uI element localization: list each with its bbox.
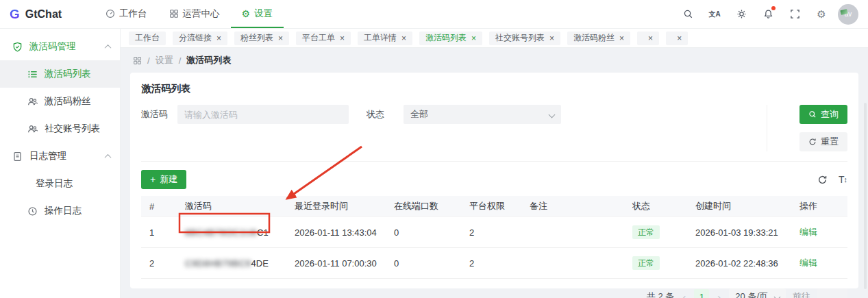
sidebar-item-label: 操作日志 <box>45 205 82 217</box>
status-badge: 正常 <box>632 225 660 239</box>
home-grid-icon[interactable] <box>133 56 142 65</box>
col-index: # <box>141 196 177 217</box>
breadcrumb: / 设置 / 激活码列表 <box>121 48 868 73</box>
notifications-bell-icon[interactable] <box>758 4 778 25</box>
main-content: 工作台 分流链接 × 粉丝列表 × 平台工单 × 工单详情 × 激活码列表 × <box>121 29 868 298</box>
create-button-label: 新建 <box>160 173 177 186</box>
tab-ticket-detail[interactable]: 工单详情 × <box>358 32 412 45</box>
search-icon[interactable] <box>678 4 698 25</box>
tab-close-icon[interactable]: × <box>278 34 283 42</box>
translate-icon[interactable]: 文A <box>704 4 725 25</box>
sidebar-group-log-mgmt[interactable]: 日志管理 <box>0 142 120 170</box>
tab-close-icon[interactable]: × <box>648 34 653 42</box>
page-size-select[interactable]: 20 条/页 <box>729 288 786 298</box>
tab-close-icon[interactable]: × <box>471 34 476 42</box>
col-created-at: 创建时间 <box>687 196 791 217</box>
users-icon <box>27 97 38 107</box>
redacted-code: 8BC4B78OC1U8 <box>185 227 257 238</box>
gear-icon: ⚙ <box>242 9 251 18</box>
cell-activation-code[interactable]: C9D8HB79BC94DE <box>177 248 286 279</box>
sidebar-item-activation-code-list[interactable]: 激活码列表 <box>0 60 120 88</box>
breadcrumb-separator: / <box>147 55 150 66</box>
goto-page-input[interactable] <box>817 288 847 298</box>
tab-close-icon[interactable]: × <box>216 34 221 42</box>
sidebar-item-activation-code-fans[interactable]: 激活码粉丝 <box>0 88 120 115</box>
nav-operations-center[interactable]: 运营中心 <box>158 0 231 28</box>
reset-button[interactable]: 重置 <box>799 132 847 151</box>
col-remark: 备注 <box>521 196 624 217</box>
page-size-value: 20 条/页 <box>735 290 768 298</box>
status-select[interactable]: 全部 <box>404 105 561 124</box>
sidebar-item-label: 社交账号列表 <box>45 123 100 135</box>
sidebar-group-activation-mgmt[interactable]: 激活码管理 <box>0 33 120 60</box>
nav-workbench-label: 工作台 <box>119 8 147 20</box>
text-size-icon[interactable]: T↕ <box>839 174 847 185</box>
prev-page-icon[interactable]: ‹ <box>681 291 687 298</box>
nav-workbench[interactable]: 工作台 <box>95 0 158 28</box>
sidebar-item-operation-log[interactable]: 操作日志 <box>0 197 120 225</box>
tab-fan-list[interactable]: 粉丝列表 × <box>234 32 289 45</box>
tab-close-icon[interactable]: × <box>401 34 406 42</box>
cell-online-ports: 0 <box>386 248 461 279</box>
vertical-scrollbar[interactable] <box>864 103 867 289</box>
tab-empty-1[interactable]: × <box>637 32 659 45</box>
updown-glyph: ↕ <box>844 175 848 184</box>
pagination: 共 2 条 ‹ 1 › 20 条/页 前往 <box>141 288 847 298</box>
cell-index: 1 <box>141 217 177 248</box>
tab-close-icon[interactable]: × <box>340 34 345 42</box>
tab-close-icon[interactable]: × <box>549 34 554 42</box>
table-header-row: # 激活码 最近登录时间 在线端口数 平台权限 备注 状态 创建时间 操作 <box>141 196 847 217</box>
cell-actions: 编辑 <box>791 248 847 279</box>
tab-activation-code-list[interactable]: 激活码列表 × <box>419 32 482 45</box>
table-toolbar: + 新建 T↕ <box>141 170 847 189</box>
sidebar-item-login-log[interactable]: 登录日志 <box>0 170 120 197</box>
tab-empty-2[interactable]: × <box>666 32 688 45</box>
cell-index: 2 <box>141 248 177 279</box>
brand[interactable]: G GtChat <box>10 7 90 22</box>
tab-workbench[interactable]: 工作台 <box>129 32 166 45</box>
chevron-up-icon <box>105 153 112 160</box>
settings-gear-icon[interactable]: ⚙ <box>811 4 832 25</box>
tab-activation-code-fans[interactable]: 激活码粉丝 × <box>567 32 630 45</box>
next-page-icon[interactable]: › <box>716 291 722 298</box>
brand-name: GtChat <box>25 8 62 21</box>
tab-social-account-list[interactable]: 社交账号列表 × <box>489 32 560 45</box>
status-select-value: 全部 <box>410 108 428 121</box>
refresh-icon <box>808 138 817 146</box>
theme-sun-icon[interactable] <box>731 4 752 25</box>
grid-icon <box>169 9 179 18</box>
filter-area: 激活码 状态 全部 查询 <box>141 105 847 151</box>
edit-link[interactable]: 编辑 <box>799 227 817 237</box>
current-page[interactable]: 1 <box>694 289 709 298</box>
nav-settings[interactable]: ⚙ 设置 <box>231 0 284 28</box>
tab-diversion-link[interactable]: 分流链接 × <box>173 32 227 45</box>
cell-last-login: 2026-01-11 07:00:30 <box>286 248 386 279</box>
tab-platform-ticket[interactable]: 平台工单 × <box>296 32 351 45</box>
activation-code-table: # 激活码 最近登录时间 在线端口数 平台权限 备注 状态 创建时间 操作 1 <box>141 196 847 279</box>
sidebar-item-social-account-list[interactable]: 社交账号列表 <box>0 115 120 142</box>
refresh-table-icon[interactable] <box>817 175 828 185</box>
create-button[interactable]: + 新建 <box>141 170 186 189</box>
sidebar-group-label: 日志管理 <box>29 150 66 162</box>
cell-activation-code[interactable]: 8BC4B78OC1U8C1 <box>177 217 286 248</box>
activation-code-input[interactable] <box>177 105 349 124</box>
tab-label: 平台工单 <box>302 32 335 44</box>
edit-link[interactable]: 编辑 <box>799 258 817 268</box>
brand-logo-icon: G <box>10 7 20 22</box>
search-icon <box>808 110 817 119</box>
chevron-up-icon <box>105 44 112 51</box>
search-button[interactable]: 查询 <box>799 105 847 124</box>
cell-platform-perm: 2 <box>461 217 521 248</box>
code-suffix: C1 <box>257 227 269 238</box>
status-badge: 正常 <box>632 256 660 270</box>
nav-operations-label: 运营中心 <box>183 8 220 20</box>
col-online-ports: 在线端口数 <box>386 196 461 217</box>
breadcrumb-item-settings[interactable]: 设置 <box>156 54 173 66</box>
col-activation-code: 激活码 <box>177 196 286 217</box>
table-row: 1 8BC4B78OC1U8C1 2026-01-11 13:43:04 0 2… <box>141 217 847 248</box>
user-avatar[interactable]: av <box>838 4 858 25</box>
tab-close-icon[interactable]: × <box>677 34 682 42</box>
tab-close-icon[interactable]: × <box>619 34 624 42</box>
document-icon <box>12 151 23 162</box>
fullscreen-icon[interactable] <box>784 4 805 25</box>
